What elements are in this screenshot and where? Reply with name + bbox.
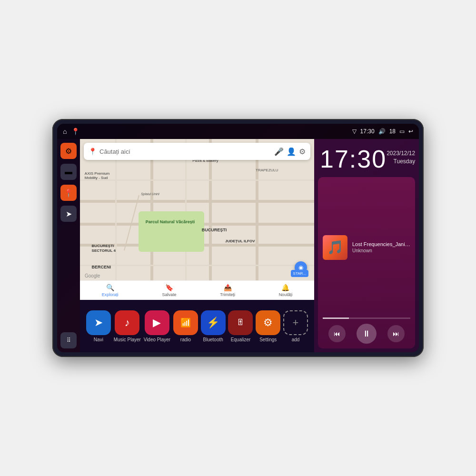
video-player-icon-bg: ▶ [145, 310, 169, 335]
home-icon: ⌂ [63, 128, 67, 135]
next-icon: ⏭ [393, 330, 399, 337]
music-player: 🎵 Lost Frequencies_Janie... Unknown ⏮ [318, 177, 415, 348]
app-video-player[interactable]: ▶ Video Player [144, 310, 171, 342]
music-cover-icon: 🎵 [327, 239, 344, 255]
map-nav-saved[interactable]: 🔖 Salvate [162, 284, 177, 297]
start-button[interactable]: STAR... [291, 270, 308, 277]
map-background: AXIS PremiumMobility - Sud Pizza & Baker… [80, 139, 314, 300]
music-title: Lost Frequencies_Janie... [352, 241, 410, 247]
map-nav-share[interactable]: 📤 Trimiteți [220, 284, 235, 297]
app-music-player-label: Music Player [114, 337, 141, 342]
music-cover-area: 🎵 Lost Frequencies_Janie... Unknown [318, 177, 415, 317]
prev-button[interactable]: ⏮ [328, 325, 346, 342]
mic-icon[interactable]: 🎤 [274, 147, 284, 156]
settings-dots-icon[interactable]: ⚙ [299, 147, 306, 156]
road-v3 [256, 139, 258, 300]
road-v2 [209, 139, 212, 300]
pause-icon: ⏸ [362, 329, 371, 339]
saved-icon: 🔖 [165, 284, 173, 291]
map-search-icons: 🎤 👤 ⚙ [274, 147, 306, 156]
video-player-icon: ▶ [153, 317, 161, 329]
share-label: Trimiteți [220, 292, 235, 297]
map-container[interactable]: AXIS PremiumMobility - Sud Pizza & Baker… [80, 139, 314, 300]
explore-icon: 🔍 [106, 284, 114, 291]
music-album-art: 🎵 [323, 235, 347, 260]
next-button[interactable]: ⏭ [387, 325, 405, 342]
bluetooth-icon: ⚡ [207, 317, 219, 329]
add-icon-bg: + [283, 310, 308, 335]
back-icon[interactable]: ↩ [408, 128, 413, 135]
map-label-trap: TRAPEZULU [256, 168, 278, 172]
app-add-label: add [292, 337, 300, 342]
map-label-berceni: BERCENI [92, 265, 111, 269]
map-label-axis: AXIS PremiumMobility - Sud [85, 171, 109, 180]
clock-day: Tuesday [387, 158, 415, 166]
sidebar-item-all-apps[interactable]: ⠿ [60, 332, 77, 348]
news-label: Noutăți [279, 292, 293, 297]
map-bottom-bar: 🔍 Explorați 🔖 Salvate 📤 Trimiteți � [80, 280, 314, 300]
nav-arrow-icon: ➤ [66, 209, 72, 218]
settings-icon-bg: ⚙ [256, 310, 280, 335]
battery-level: 18 [389, 128, 396, 135]
settings-icon: ⚙ [65, 147, 72, 156]
app-bluetooth[interactable]: ⚡ Bluetooth [201, 310, 226, 342]
app-radio[interactable]: 📶 radio [173, 310, 198, 342]
app-settings-label: Settings [259, 337, 277, 342]
volume-icon: 🔊 [378, 128, 386, 135]
map-search-text[interactable]: Căutați aici [99, 148, 271, 155]
share-icon: 📤 [224, 284, 232, 291]
status-bar: ⌂ 📍 ▽ 17:30 🔊 18 ▭ ↩ [57, 124, 419, 139]
app-grid: ➤ Navi ♪ Music Player ▶ V [80, 300, 314, 352]
main-content: ⚙ ▬ 📍 ➤ ⠿ [57, 139, 419, 352]
radio-icon: 📶 [180, 317, 191, 328]
map-icon: 📍 [71, 128, 79, 135]
status-right: ▽ 17:30 🔊 18 ▭ ↩ [352, 128, 413, 135]
app-equalizer-label: Equalizer [231, 337, 251, 342]
music-artist: Unknown [352, 248, 410, 253]
map-label-ilfov: JUDEȚUL ILFOV [225, 239, 255, 243]
music-player-icon: ♪ [125, 317, 130, 329]
bluetooth-icon-bg: ⚡ [201, 310, 226, 335]
map-pin-icon: 📍 [64, 188, 73, 198]
right-panel: 17:30 2023/12/12 Tuesday 🎵 Lost Frequenc… [314, 139, 419, 352]
equalizer-icon: 🎚 [236, 317, 245, 327]
app-navi-label: Navi [94, 337, 103, 342]
grid-icon: ⠿ [67, 337, 71, 344]
device-frame: ⌂ 📍 ▽ 17:30 🔊 18 ▭ ↩ ⚙ ▬ [52, 119, 424, 357]
add-icon: + [293, 317, 299, 329]
music-controls: ⏮ ⏸ ⏭ [318, 319, 415, 348]
clock-section: 17:30 2023/12/12 Tuesday [314, 139, 419, 177]
user-icon[interactable]: 👤 [287, 147, 296, 156]
map-search-bar[interactable]: 📍 Căutați aici 🎤 👤 ⚙ [84, 143, 310, 160]
status-left: ⌂ 📍 [63, 128, 79, 135]
battery-icon: ▭ [399, 128, 405, 135]
files-icon: ▬ [65, 168, 72, 176]
status-time: 17:30 [360, 128, 375, 135]
app-music-player[interactable]: ♪ Music Player [114, 310, 141, 342]
prev-icon: ⏮ [334, 330, 340, 337]
music-info: Lost Frequencies_Janie... Unknown [352, 241, 410, 253]
app-equalizer[interactable]: 🎚 Equalizer [228, 310, 253, 342]
google-logo: Google [85, 273, 100, 278]
app-video-player-label: Video Player [144, 337, 171, 342]
app-navi[interactable]: ➤ Navi [86, 310, 111, 342]
navi-icon: ➤ [94, 317, 103, 329]
news-icon: 🔔 [281, 284, 289, 291]
sidebar-item-navigation[interactable]: ➤ [60, 206, 77, 222]
play-pause-button[interactable]: ⏸ [357, 324, 377, 344]
sidebar-item-files[interactable]: ▬ [60, 164, 77, 180]
app-bluetooth-label: Bluetooth [203, 337, 223, 342]
settings-gear-icon: ⚙ [263, 317, 273, 329]
equalizer-icon-bg: 🎚 [228, 310, 253, 335]
map-label-bucuresti: BUCUREȘTI [202, 228, 227, 232]
app-radio-label: radio [180, 337, 191, 342]
map-nav-news[interactable]: 🔔 Noutăți [279, 284, 293, 297]
sidebar-item-maps[interactable]: 📍 [60, 185, 77, 201]
sidebar-item-settings[interactable]: ⚙ [60, 143, 77, 159]
map-nav-explore[interactable]: 🔍 Explorați [102, 284, 119, 297]
saved-label: Salvate [162, 292, 177, 297]
clock-date-value: 2023/12/12 [387, 149, 415, 158]
app-settings[interactable]: ⚙ Settings [256, 310, 280, 342]
wifi-icon: ▽ [352, 128, 357, 135]
app-add[interactable]: + add [283, 310, 308, 342]
